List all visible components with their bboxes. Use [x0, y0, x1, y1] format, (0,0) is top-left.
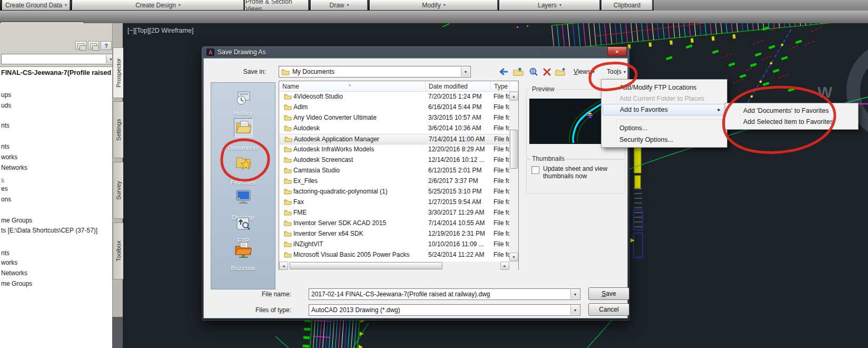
file-row[interactable]: Autodesk Application Manager7/14/2014 11… [280, 134, 509, 144]
file-row[interactable]: Adlm6/16/2014 5:44 PMFile fol [280, 102, 509, 113]
menu-item-add-modify-ftp-locations[interactable]: Add/Modify FTP Locations [603, 82, 726, 93]
menu-item-options-[interactable]: Options... [603, 123, 726, 133]
chevron-down-icon[interactable]: ▾ [570, 289, 579, 299]
file-row[interactable]: Autodesk3/6/2014 10:36 AMFile fol [280, 123, 509, 134]
ribbon-panel-profile-section-views[interactable]: Profile & Section Views [245, 0, 309, 10]
menu-item-security-options-[interactable]: Security Options... [603, 134, 726, 145]
tree-item[interactable]: nts [1, 143, 9, 151]
toolspace-tab-prospector[interactable]: Prospector [113, 47, 123, 98]
file-name-input[interactable]: 2017-02-14 FINAL-CS-Jeewana-7(Profile ra… [309, 288, 580, 300]
dialog-title: Save Drawing As [218, 49, 265, 56]
file-row[interactable]: Ex_Files2/6/2017 3:37 PMFile fol [280, 176, 509, 187]
place-item-favorites[interactable]: Favorites [211, 154, 275, 172]
file-row[interactable]: Inventor Server SDK ACAD 20157/14/2014 1… [280, 218, 509, 229]
tree-item[interactable]: me Groups [1, 217, 32, 225]
dialog-close-button[interactable]: × [607, 46, 627, 56]
horizontal-scroll-thumb[interactable] [290, 262, 442, 269]
place-item-documents[interactable]: Documents [211, 118, 275, 137]
file-row[interactable]: Camtasia Studio6/12/2015 2:01 PMFile fol [280, 166, 509, 176]
tree-item[interactable]: s [1, 177, 4, 185]
update-thumbnails-checkbox[interactable] [531, 166, 539, 174]
tree-item[interactable]: Networks [1, 164, 27, 172]
up-one-level-button[interactable] [511, 66, 525, 78]
scroll-up-button[interactable]: ▲ [509, 92, 518, 101]
submenu-item-add-selected[interactable]: Add Selected Item to Favorites [726, 117, 857, 127]
vertical-scrollbar[interactable]: ▲ ▼ [509, 92, 518, 262]
drawing-selector-combo[interactable]: ▾ [1, 54, 116, 64]
submenu-item-add-documents[interactable]: Add 'Documents' to Favorites [726, 105, 857, 116]
menu-item-add-to-favorites[interactable]: Add to Favorites► [603, 104, 726, 115]
column-header-type[interactable]: Type [491, 81, 510, 92]
tree-item[interactable]: es [1, 185, 8, 194]
tree-item[interactable]: nts [1, 122, 9, 130]
tree-item[interactable]: me Groups [1, 280, 32, 288]
toolspace-tab-settings[interactable]: Settings [113, 101, 123, 158]
file-row-date: 7/20/2015 1:24 PM [428, 93, 492, 100]
place-item-buzzsaw[interactable]: Buzzsaw [211, 241, 275, 260]
tree-root-item[interactable]: FINAL-CS-Jeewana-7(Profile raised at... [1, 69, 124, 78]
tree-item[interactable]: uds [1, 102, 11, 110]
save-in-combo[interactable]: My Documents ▾ [279, 66, 471, 78]
toolspace-tab-toolbox[interactable]: Toolbox [113, 223, 123, 279]
tree-item[interactable]: works [1, 259, 17, 267]
column-header-name[interactable]: Name [279, 81, 426, 92]
horizontal-scrollbar[interactable]: ◄ ► [279, 262, 509, 270]
files-of-type-select[interactable]: AutoCAD 2013 Drawing (*.dwg) ▾ [309, 304, 580, 316]
tools-dropdown[interactable]: Tools ▾ [602, 66, 630, 78]
file-row[interactable]: Microsoft Visual Basic 2005 Power Packs5… [280, 250, 509, 260]
vertical-scroll-thumb[interactable] [510, 130, 518, 169]
scroll-right-button[interactable]: ► [500, 262, 509, 270]
place-item-history[interactable]: History [211, 90, 275, 108]
file-row[interactable]: Autodesk InfraWorks Models12/20/2016 8:2… [280, 144, 509, 155]
file-row[interactable]: Inventor Server x64 SDK12/19/2016 2:31 P… [280, 229, 509, 239]
viewport-label[interactable]: [−][Top][2D Wireframe] [127, 27, 193, 34]
ribbon-panel-layers[interactable]: Layers▾ [499, 0, 600, 10]
new-folder-button[interactable] [554, 66, 567, 78]
toolspace-panels-icon[interactable] [75, 41, 86, 50]
menu-item-add-current-folder-to-places[interactable]: Add Current Folder to Places [603, 93, 726, 104]
ribbon-panel-modify[interactable]: Modify▾ [370, 0, 498, 10]
files-of-type-value: AutoCAD 2013 Drawing (*.dwg) [311, 306, 400, 314]
tree-item[interactable]: ons [1, 196, 11, 204]
file-row[interactable]: factoring-quadratic-polynomial (1)5/25/2… [280, 187, 509, 197]
column-header-date[interactable]: Date modified [426, 81, 491, 92]
scroll-corner [509, 262, 518, 270]
delete-button[interactable] [541, 66, 552, 78]
views-dropdown[interactable]: Views ▾ [569, 66, 599, 78]
search-web-button[interactable] [527, 66, 540, 78]
add-to-favorites-submenu: Add 'Documents' to FavoritesAdd Selected… [725, 103, 859, 130]
tree-item[interactable]: ups [1, 91, 11, 100]
place-item-ftp[interactable]: FTP [211, 216, 275, 233]
file-row[interactable]: FME3/30/2017 11:29 AMFile fol [280, 208, 509, 218]
ribbon-panel-create-design[interactable]: Create Design▾ [72, 0, 244, 10]
save-in-label: Save in: [220, 68, 266, 75]
file-row[interactable]: Any Video Converter Ultimate3/3/2015 10:… [280, 113, 509, 123]
chevron-down-icon[interactable]: ▾ [461, 67, 470, 76]
tree-item[interactable]: ts [E:\Data Shortcuts\CEP (37-57)] [1, 227, 97, 235]
cancel-button[interactable]: Cancel [588, 303, 629, 316]
ribbon-panel-clipboard[interactable]: Clipboard [601, 0, 653, 10]
file-row-type: File fol [494, 240, 509, 248]
toolspace-list-icon[interactable] [88, 41, 99, 50]
back-button[interactable] [497, 66, 509, 78]
file-row[interactable]: Fax1/27/2015 9:54 AMFile fol [280, 197, 509, 208]
ribbon-panel-draw[interactable]: Draw▾ [311, 0, 368, 10]
file-row-date: 12/14/2016 10:12 ... [428, 156, 492, 163]
chevron-down-icon[interactable]: ▾ [570, 305, 579, 315]
tree-item[interactable]: works [1, 153, 17, 162]
toolspace-tab-survey[interactable]: Survey [113, 162, 123, 219]
file-row-date: 1/27/2015 9:54 AM [428, 198, 492, 206]
scroll-left-button[interactable]: ◄ [279, 262, 288, 270]
file-row[interactable]: Autodesk Screencast12/14/2016 10:12 ...F… [280, 155, 509, 166]
ribbon-panel-create-ground-data[interactable]: Create Ground Data▾ [2, 0, 70, 10]
tree-item[interactable]: Networks [1, 269, 27, 278]
file-row-type: File fol [494, 124, 509, 132]
save-button[interactable]: Save [588, 287, 629, 300]
tree-item[interactable]: nts [1, 249, 9, 258]
file-row[interactable]: iNZightVIT10/10/2016 11:09 ...File fol [280, 239, 509, 250]
scroll-down-button[interactable]: ▼ [509, 253, 518, 262]
file-row[interactable]: 4Videosoft Studio7/20/2015 1:24 PMFile f… [280, 92, 509, 102]
place-item-desktop[interactable]: Desktop [211, 189, 275, 207]
viewcube-west-label[interactable]: W [817, 83, 833, 101]
toolspace-help-button[interactable]: ? [101, 41, 112, 50]
